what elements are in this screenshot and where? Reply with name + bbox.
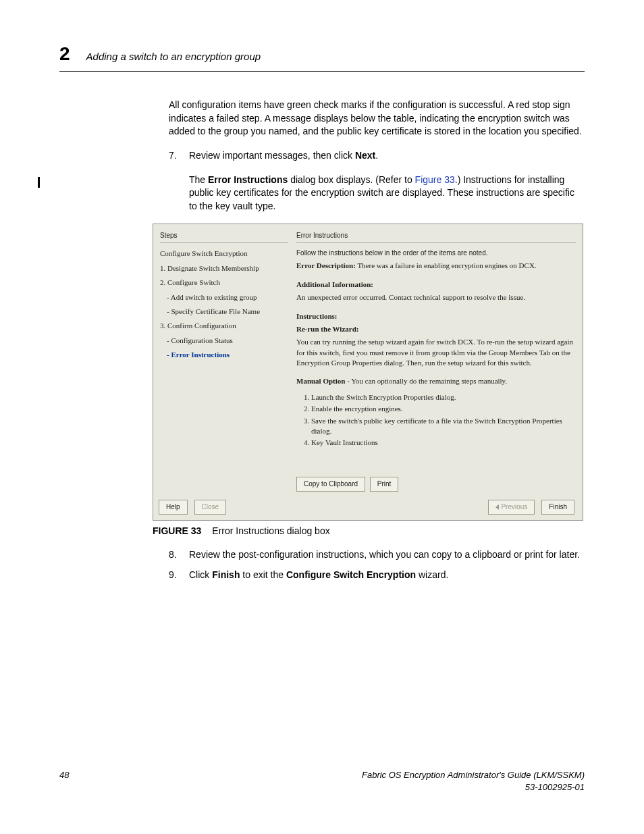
- manual-step: Enable the encryption engines.: [311, 404, 576, 414]
- page-number: 48: [59, 769, 69, 793]
- figure-number: FIGURE 33: [153, 525, 201, 536]
- steps-header: Steps: [160, 231, 288, 243]
- figure-caption: FIGURE 33Error Instructions dialog box: [153, 525, 585, 538]
- steps-panel: Steps Configure Switch Encryption 1. Des…: [157, 228, 291, 495]
- manual-step: Key Vault Instructions: [311, 438, 576, 448]
- step-8: Review the post-configuration instructio…: [169, 548, 585, 562]
- manual-steps-list: Launch the Switch Encryption Properties …: [311, 391, 576, 450]
- doc-number: 53-1002925-01: [362, 781, 585, 793]
- print-button[interactable]: Print: [370, 477, 399, 492]
- instructions-panel: Error Instructions Follow the instructio…: [291, 228, 579, 495]
- step-item: - Configuration Status: [167, 336, 288, 346]
- finish-button[interactable]: Finish: [541, 500, 574, 515]
- step-list-cont: Review the post-configuration instructio…: [169, 548, 585, 581]
- chapter-title: Adding a switch to an encryption group: [86, 49, 261, 63]
- rerun-text: You can try running the setup wizard aga…: [296, 337, 576, 368]
- figure-caption-text: Error Instructions dialog box: [212, 525, 329, 536]
- previous-button[interactable]: Previous: [488, 500, 535, 515]
- step-item: - Specify Certificate File Name: [167, 307, 288, 317]
- help-button[interactable]: Help: [159, 500, 188, 515]
- arrow-left-icon: [495, 504, 499, 510]
- step-7: Review important messages, then click Ne…: [169, 149, 585, 163]
- intro-line: Follow the instructions below in the ord…: [296, 249, 576, 258]
- figure-link[interactable]: Figure 33: [415, 174, 455, 185]
- chapter-number: 2: [59, 41, 70, 67]
- additional-info-label: Additional Information:: [296, 280, 576, 290]
- step-item: 2. Configure Switch: [160, 278, 288, 288]
- instructions-header: Error Instructions: [296, 231, 576, 243]
- copy-to-clipboard-button[interactable]: Copy to Clipboard: [296, 477, 365, 492]
- rerun-label: Re-run the Wizard:: [296, 324, 576, 334]
- main-content: All configuration items have green check…: [169, 99, 585, 581]
- page-header: 2 Adding a switch to an encryption group: [59, 41, 585, 72]
- step-item: 3. Confirm Configuration: [160, 321, 288, 331]
- instructions-label: Instructions:: [296, 311, 576, 321]
- step-item: Configure Switch Encryption: [160, 249, 288, 259]
- intro-paragraph: All configuration items have green check…: [169, 99, 585, 138]
- manual-option: Manual Option - You can optionally do th…: [296, 376, 576, 386]
- additional-info-text: An unexpected error occurred. Contact te…: [296, 292, 576, 303]
- step-item-active: - Error Instructions: [167, 350, 288, 360]
- doc-title: Fabric OS Encryption Administrator's Gui…: [362, 769, 585, 781]
- figure-error-instructions-dialog: Steps Configure Switch Encryption 1. Des…: [153, 224, 583, 520]
- error-description: Error Description: There was a failure i…: [296, 261, 576, 271]
- dialog-footer: Help Close Previous Finish: [153, 496, 583, 520]
- page-footer: 48 Fabric OS Encryption Administrator's …: [59, 769, 585, 793]
- step-7-text: Review important messages, then click Ne…: [189, 150, 378, 161]
- step-list: Review important messages, then click Ne…: [169, 149, 585, 163]
- step-9: Click Finish to exit the Configure Switc…: [169, 569, 585, 582]
- step-item: 1. Designate Switch Membership: [160, 263, 288, 273]
- close-button[interactable]: Close: [194, 500, 227, 515]
- change-bar: [38, 177, 40, 188]
- step-7-body: The Error Instructions dialog box displa…: [189, 174, 585, 213]
- manual-step: Launch the Switch Encryption Properties …: [311, 392, 576, 402]
- step-item: - Add switch to existing group: [167, 292, 288, 303]
- manual-step: Save the switch's public key certificate…: [311, 416, 576, 437]
